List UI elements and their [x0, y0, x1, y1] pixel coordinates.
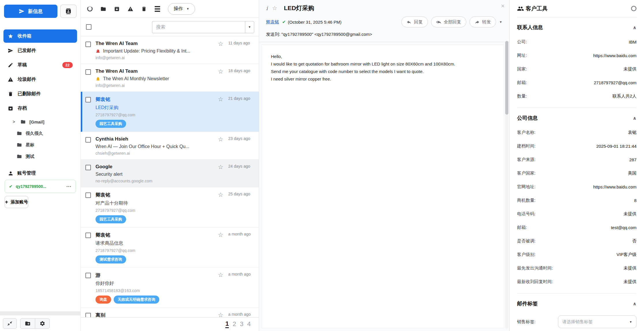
- refresh-spinner-icon[interactable]: [87, 6, 93, 12]
- email-row-5[interactable]: Google Security alert no-reply@accounts.…: [81, 160, 259, 187]
- star-toggle-icon[interactable]: ☆: [218, 136, 223, 142]
- archive-button[interactable]: [114, 6, 120, 12]
- email-row-content: The Wren AI Team The Wren AI Monthly New…: [96, 68, 215, 88]
- sidebar-item-trash[interactable]: 已删除邮件: [3, 87, 77, 100]
- body-line: I need silver mirror copper free.: [271, 75, 495, 83]
- menu-icon[interactable]: [155, 6, 160, 12]
- email-tags-header[interactable]: 邮件标签 ∧: [517, 296, 636, 311]
- email-sender: The Wren AI Team: [96, 41, 215, 46]
- row-checkbox[interactable]: [85, 42, 91, 47]
- page-1[interactable]: 1: [225, 320, 229, 328]
- select-all-checkbox[interactable]: [86, 24, 91, 30]
- row-checkbox[interactable]: [85, 233, 91, 238]
- page-3[interactable]: 3: [240, 321, 244, 328]
- company-info-header[interactable]: 公司信息 ∧: [517, 110, 636, 126]
- scrollbar-thumb[interactable]: [505, 41, 508, 115]
- archive-icon: [8, 106, 13, 111]
- delete-button[interactable]: [141, 6, 147, 12]
- sender-link[interactable]: 卿袁铭: [266, 19, 279, 25]
- email-subject-line: Wren AI — Join Our Office Hour + Quick Q…: [96, 144, 215, 149]
- sidebar-item-sent[interactable]: 已发邮件: [3, 44, 77, 57]
- email-tags: 询盘 无效或无明确需求咨询: [96, 296, 215, 304]
- sales-tag-select[interactable]: 请选择销售标签 ▼: [558, 315, 636, 328]
- compose-row: 新信息: [0, 5, 80, 18]
- compose-button[interactable]: 新信息: [4, 5, 57, 18]
- email-row-2[interactable]: The Wren AI Team The Wren AI Monthly New…: [81, 64, 259, 92]
- email-row-3-selected[interactable]: 卿袁铭 LED灯采购 2718797927@qq.com 园艺工具采购 ☆ 21…: [81, 92, 259, 132]
- email-row-4[interactable]: Cynthia Hsieh Wren AI — Join Our Office …: [81, 132, 259, 160]
- email-date: a month ago: [228, 232, 254, 236]
- row-checkbox[interactable]: [85, 192, 91, 198]
- email-row-9[interactable]: 离别 LED灯采购 1792789500@qq.com ☆ a month ag…: [81, 308, 259, 317]
- field-value: VIP客户级: [617, 252, 636, 257]
- email-row-content: Cynthia Hsieh Wren AI — Join Our Office …: [96, 136, 215, 156]
- collapse-sidebar-button[interactable]: [3, 318, 17, 329]
- forward-button[interactable]: 转发: [469, 16, 496, 27]
- verified-check-icon: ✔: [282, 19, 286, 25]
- star-toggle-icon[interactable]: ☆: [218, 232, 223, 238]
- row-checkbox[interactable]: [85, 97, 91, 102]
- page-2[interactable]: 2: [233, 321, 236, 328]
- row-checkbox[interactable]: [85, 313, 91, 317]
- star-toggle-icon[interactable]: ☆: [218, 41, 223, 47]
- row-checkbox[interactable]: [85, 273, 91, 278]
- star-toggle-icon[interactable]: ☆: [218, 312, 223, 317]
- search-options-button[interactable]: ▼: [245, 21, 254, 33]
- account-menu-button[interactable]: •••: [66, 185, 72, 188]
- star-toggle-icon[interactable]: ☆: [218, 68, 223, 74]
- chevron-up-icon[interactable]: ∧: [633, 115, 636, 121]
- mark-spam-button[interactable]: [128, 6, 133, 12]
- settings-button[interactable]: [35, 319, 49, 328]
- email-tags: 测试需求咨询: [96, 255, 215, 263]
- email-row-6[interactable]: 卿袁铭 对产品十分期待 2718797927@qq.com 园艺工具采购 ☆ 2…: [81, 187, 259, 227]
- sidebar-item-inbox[interactable]: 收件箱: [3, 29, 77, 43]
- row-checkbox[interactable]: [85, 165, 91, 170]
- account-card[interactable]: ✔ qy1792789500... •••: [5, 180, 76, 193]
- chevron-right-icon[interactable]: >: [13, 119, 17, 124]
- field-row: 是否被调: 否: [517, 234, 636, 248]
- scrollbar-track[interactable]: [505, 41, 508, 329]
- star-toggle-icon[interactable]: ☆: [218, 96, 223, 102]
- forward-options-caret[interactable]: ▼: [499, 20, 502, 24]
- move-to-folder-button[interactable]: [100, 6, 106, 12]
- row-checkbox[interactable]: [85, 69, 91, 75]
- search-input[interactable]: [152, 21, 245, 33]
- email-row-7[interactable]: 卿袁铭 请求商品信息 2718797927@qq.com 测试需求咨询 ☆ a …: [81, 227, 259, 268]
- page-4[interactable]: 4: [247, 321, 251, 328]
- sidebar-folder-gmail[interactable]: > [Gmail]: [0, 116, 80, 128]
- field-row: 客户来源: 287: [517, 153, 636, 167]
- crm-panel: 客户工具 联系人信息 ∧ 公司: IBM 网址: https://www.bai…: [509, 0, 644, 331]
- email-row-side: ☆ 25 days ago: [218, 192, 254, 223]
- field-row: 电话号码: 未提供: [517, 207, 636, 221]
- sidebar-item-archive[interactable]: 存档: [3, 102, 77, 115]
- contact-info-header[interactable]: 联系人信息 ∧: [517, 20, 636, 35]
- sidebar-folder-custom-1[interactable]: 很久很久: [0, 128, 80, 139]
- email-row-8[interactable]: 游 你好你好 18571458183@163.com 询盘 无效或无明确需求咨询…: [81, 268, 259, 308]
- email-row-1[interactable]: The Wren AI Team Important Update: Prici…: [81, 36, 259, 64]
- close-icon[interactable]: ×: [501, 3, 505, 9]
- sidebar-folder-starred[interactable]: 星标: [0, 139, 80, 151]
- sidebar-item-drafts[interactable]: 草稿 22: [3, 58, 77, 72]
- chevron-up-icon[interactable]: ∧: [633, 301, 636, 306]
- star-toggle-icon[interactable]: ☆: [218, 164, 223, 170]
- email-address: 2718797927@qq.com: [96, 248, 215, 253]
- field-label: 是否被调:: [517, 238, 536, 244]
- reply-all-button[interactable]: 全部回复: [431, 16, 466, 27]
- info-icon[interactable]: i: [266, 5, 268, 11]
- chevron-up-icon[interactable]: ∧: [633, 25, 636, 30]
- sidebar-item-spam[interactable]: 垃圾邮件: [3, 73, 77, 86]
- field-value: https://www.baidu.com: [593, 184, 636, 189]
- star-toggle-icon[interactable]: ☆: [272, 5, 277, 12]
- add-account-button[interactable]: + 添加账号: [5, 196, 28, 208]
- email-subject-line: LED灯采购: [96, 105, 215, 111]
- star-toggle-icon[interactable]: ☆: [218, 272, 223, 278]
- plus-icon: +: [5, 199, 8, 205]
- add-folder-button[interactable]: [20, 319, 35, 328]
- sidebar-folder-test[interactable]: 测试: [0, 151, 80, 162]
- actions-dropdown-button[interactable]: 操作 ▼: [168, 3, 195, 15]
- star-toggle-icon[interactable]: ☆: [218, 192, 223, 198]
- contacts-button[interactable]: [60, 5, 76, 18]
- reply-button[interactable]: 回复: [401, 16, 428, 27]
- field-row: 国家: 未提供: [517, 62, 636, 76]
- row-checkbox[interactable]: [85, 137, 91, 143]
